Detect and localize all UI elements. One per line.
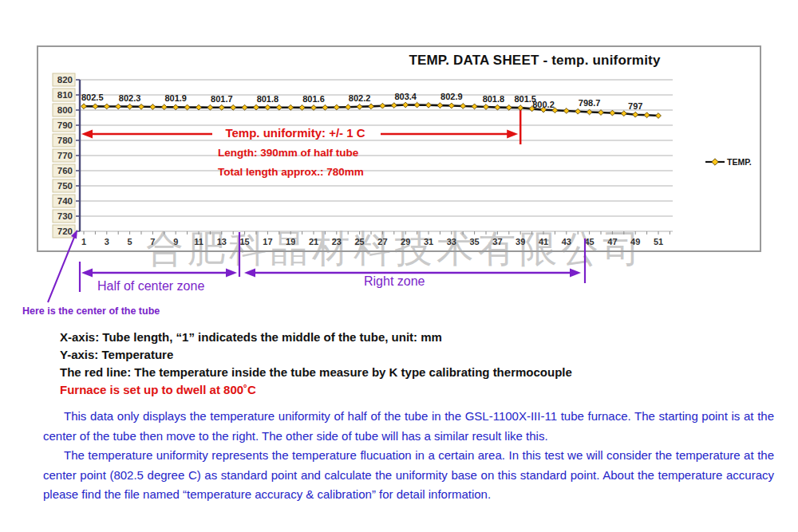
svg-text:51: 51 (654, 237, 663, 246)
svg-text:43: 43 (562, 237, 571, 246)
svg-text:33: 33 (447, 237, 456, 246)
temperature-data-sheet: 合肥科晶材料技术有限公司 720730740750760770780790800… (0, 0, 798, 532)
svg-text:35: 35 (469, 237, 479, 246)
svg-text:810: 810 (57, 90, 73, 100)
svg-text:798.7: 798.7 (579, 98, 601, 108)
furnace-setpoint-note: Furnace is set up to dwell at 800˚C (60, 381, 572, 399)
svg-text:797: 797 (628, 101, 642, 111)
svg-text:730: 730 (57, 211, 73, 221)
svg-text:801.7: 801.7 (211, 94, 233, 104)
chart-title: TEMP. DATA SHEET - temp. uniformity (381, 53, 688, 69)
svg-text:802.9: 802.9 (440, 92, 463, 101)
svg-text:802.5: 802.5 (81, 93, 104, 102)
svg-text:37: 37 (492, 237, 502, 246)
uniformity-annotation: Temp. uniformity: +/- 1 C (214, 126, 377, 140)
svg-text:27: 27 (377, 237, 387, 246)
svg-text:25: 25 (354, 237, 364, 246)
svg-text:19: 19 (286, 237, 295, 246)
svg-text:800: 800 (57, 105, 73, 115)
svg-text:39: 39 (516, 237, 525, 246)
axis-notes-block: X-axis: Tube length, “1” indicateds the … (60, 329, 572, 399)
svg-text:801.8: 801.8 (483, 94, 505, 104)
right-zone-label: Right zone (364, 274, 425, 289)
svg-text:720: 720 (57, 227, 73, 236)
y-axis-note: Y-axis: Temperature (60, 346, 572, 364)
svg-text:9: 9 (173, 237, 178, 246)
svg-text:49: 49 (630, 237, 640, 246)
svg-text:801.6: 801.6 (302, 94, 325, 104)
svg-text:15: 15 (239, 237, 249, 246)
svg-text:803.4: 803.4 (394, 92, 417, 101)
svg-text:802.2: 802.2 (349, 93, 371, 103)
svg-text:31: 31 (424, 237, 433, 246)
svg-text:23: 23 (332, 237, 342, 246)
svg-text:7: 7 (150, 237, 155, 246)
half-center-zone-label: Half of center zone (97, 279, 204, 294)
svg-text:750: 750 (57, 181, 73, 191)
svg-text:17: 17 (263, 237, 272, 246)
svg-text:802.3: 802.3 (119, 93, 141, 103)
svg-text:801.9: 801.9 (164, 93, 187, 103)
svg-text:820: 820 (57, 75, 73, 85)
svg-text:13: 13 (217, 237, 227, 246)
legend: TEMP. (705, 157, 752, 167)
svg-text:800.2: 800.2 (532, 100, 555, 109)
svg-text:790: 790 (57, 120, 73, 130)
svg-text:41: 41 (539, 237, 548, 246)
svg-text:3: 3 (105, 237, 109, 246)
svg-text:21: 21 (309, 237, 318, 246)
svg-text:11: 11 (194, 237, 203, 246)
description-paragraph-2: The temperature uniformity represents th… (43, 446, 774, 505)
description-paragraph-1: This data only displays the temperature … (43, 407, 774, 446)
svg-text:801.8: 801.8 (257, 94, 279, 104)
x-axis-note: X-axis: Tube length, “1” indicateds the … (60, 329, 572, 346)
svg-text:780: 780 (57, 136, 73, 145)
total-length-annotation: Total length approx.: 780mm (218, 166, 364, 178)
tube-center-note: Here is the center of the tube (22, 305, 160, 317)
svg-text:740: 740 (57, 196, 73, 206)
svg-text:1: 1 (81, 237, 86, 246)
svg-text:770: 770 (57, 151, 73, 160)
svg-text:29: 29 (401, 237, 410, 246)
svg-text:45: 45 (584, 237, 594, 246)
svg-text:TEMP.: TEMP. (727, 157, 752, 167)
svg-text:47: 47 (607, 237, 617, 246)
description-paragraphs: This data only displays the temperature … (43, 407, 774, 505)
half-tube-length-annotation: Length: 390mm of half tube (218, 147, 358, 159)
svg-text:5: 5 (128, 237, 132, 246)
svg-text:760: 760 (57, 166, 73, 175)
red-line-note: The red line: The temperature inside the… (60, 364, 572, 381)
